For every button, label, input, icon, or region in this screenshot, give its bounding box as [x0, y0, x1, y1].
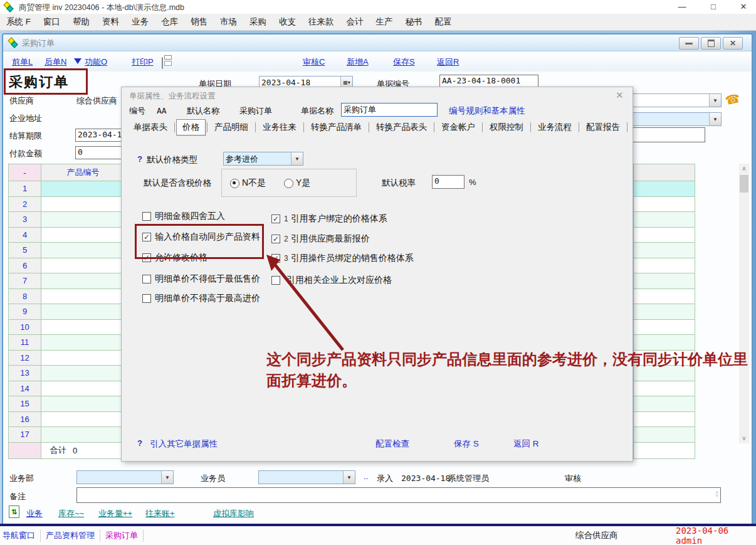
clerk-combo[interactable]: ▼ — [258, 470, 355, 484]
vertical-scrollbar[interactable]: ∧ ∨ — [739, 164, 749, 443]
checkbox-customer-price-system[interactable]: ✓ 1 引用客户绑定的价格体系 — [271, 213, 387, 225]
table-row-fragment[interactable] — [634, 197, 695, 213]
status-purchase-order[interactable]: 采购订单 — [105, 530, 138, 541]
footer-account-link[interactable]: 往来账+ — [145, 508, 175, 519]
print-link[interactable]: 打印P — [132, 56, 154, 68]
product-code-cell[interactable] — [41, 304, 125, 319]
product-code-cell[interactable] — [41, 197, 125, 212]
scrollbar-thumb[interactable] — [740, 175, 748, 193]
menu-help[interactable]: 帮助 — [66, 16, 96, 28]
dialog-close-icon[interactable]: ✕ — [616, 90, 624, 101]
tab-business-contact[interactable]: 业务往来 — [257, 120, 302, 135]
chevron-down-icon[interactable]: ▼ — [291, 152, 303, 165]
menu-business[interactable]: 业务 — [125, 16, 155, 28]
tab-permission[interactable]: 权限控制 — [484, 120, 529, 135]
checkbox-not-above-max-price[interactable]: ✓ 明细单价不得高于最高进价 — [142, 293, 260, 304]
text-input-fragment[interactable] — [631, 127, 705, 142]
doc-restore-button[interactable] — [701, 37, 721, 50]
tab-product-detail[interactable]: 产品明细 — [209, 120, 254, 135]
product-code-header[interactable]: 产品编号 — [41, 164, 125, 181]
tab-convert-product-list[interactable]: 转换产品清单 — [305, 120, 367, 135]
radio-included[interactable]: Y是 — [284, 177, 310, 189]
tax-rate-input[interactable]: 0 — [432, 175, 465, 189]
table-row-fragment[interactable] — [634, 412, 695, 428]
product-code-cell[interactable] — [41, 289, 125, 304]
next-doc-link[interactable]: 后单N — [45, 56, 66, 68]
product-code-cell[interactable] — [41, 381, 125, 396]
product-code-cell[interactable] — [41, 427, 125, 442]
product-code-cell[interactable] — [41, 181, 125, 196]
table-row-fragment[interactable] — [634, 181, 695, 197]
table-row-fragment[interactable] — [634, 304, 695, 320]
menu-accounting[interactable]: 会计 — [340, 16, 370, 28]
checkbox-related-company-price[interactable]: ✓ 引用相关企业上次对应价格 — [271, 275, 392, 286]
chevron-down-icon[interactable]: ▼ — [709, 94, 721, 107]
table-row-fragment[interactable] — [634, 258, 695, 274]
tab-workflow[interactable]: 业务流程 — [532, 120, 577, 135]
audit-link[interactable]: 审核C — [303, 56, 325, 68]
address-combo-fragment[interactable]: ▼ — [631, 112, 722, 126]
config-check-link[interactable]: 配置检查 — [375, 438, 409, 450]
minimize-button[interactable]: — — [671, 1, 693, 13]
footer-biz-link[interactable]: 业务 — [26, 508, 43, 519]
checkbox-round-amount[interactable]: ✓ 明细金额四舍五入 — [142, 211, 225, 222]
tab-convert-product-header[interactable]: 转换产品表头 — [370, 120, 433, 135]
product-code-cell[interactable] — [41, 351, 125, 366]
scroll-up-icon[interactable]: ∧ — [739, 164, 749, 174]
status-nav-window[interactable]: 导航窗口 — [3, 530, 35, 541]
pay-input[interactable]: 0 — [75, 146, 125, 159]
radio-not-included[interactable]: N不是 — [230, 177, 266, 189]
menu-sales[interactable]: 销售 — [184, 16, 214, 28]
back-link[interactable]: 返回R — [437, 56, 459, 68]
price-type-combo[interactable]: 参考进价 ▼ — [223, 152, 303, 166]
numbering-rule-link[interactable]: 编号规则和基本属性 — [449, 105, 525, 117]
save-link[interactable]: 保存S — [393, 56, 415, 68]
menu-payment[interactable]: 收支 — [273, 16, 302, 28]
table-row-fragment[interactable] — [634, 335, 695, 351]
add-link[interactable]: 新增A — [347, 56, 369, 68]
menu-warehouse[interactable]: 仓库 — [155, 16, 184, 28]
menu-production[interactable]: 生产 — [370, 16, 399, 28]
doc-minimize-button[interactable] — [679, 37, 699, 50]
status-product-mgmt[interactable]: 产品资料管理 — [46, 530, 95, 541]
product-code-cell[interactable] — [41, 320, 125, 335]
tab-doc-header[interactable]: 单据表头 — [128, 120, 173, 135]
table-row-fragment[interactable] — [634, 320, 695, 336]
table-row-fragment[interactable] — [634, 243, 695, 258]
product-code-cell[interactable] — [41, 228, 125, 243]
tab-fund-account[interactable]: 资金帐户 — [436, 120, 481, 135]
menu-secretary[interactable]: 秘书 — [399, 16, 429, 28]
footer-virtual-link[interactable]: 虚拟库影响 — [213, 508, 254, 519]
product-code-cell[interactable] — [41, 412, 125, 427]
footer-volume-link[interactable]: 业务量++ — [98, 508, 132, 519]
table-row-fragment[interactable] — [634, 396, 695, 412]
product-code-cell[interactable] — [41, 335, 125, 350]
business-doc-icon[interactable]: ⇅ — [9, 505, 19, 518]
product-code-cell[interactable] — [41, 273, 125, 288]
menu-config[interactable]: 配置 — [429, 16, 458, 28]
dialog-save-link[interactable]: 保存 S — [454, 438, 479, 450]
settle-input[interactable]: 2023-04-18 — [75, 129, 125, 142]
more-button[interactable]: .. — [364, 472, 368, 481]
close-button[interactable]: ✕ — [733, 1, 754, 13]
tab-price[interactable]: 价格 — [176, 119, 206, 135]
function-dropdown-icon[interactable] — [74, 58, 81, 64]
dept-combo[interactable]: ▼ — [76, 470, 174, 484]
menu-system[interactable]: 系统 F — [0, 16, 37, 28]
checkbox-allow-edit-price[interactable]: ✓ 允许修改价格 — [142, 252, 207, 263]
product-code-cell[interactable] — [41, 258, 125, 273]
function-link[interactable]: 功能O — [85, 56, 107, 68]
tab-config-report[interactable]: 配置报告 — [580, 120, 626, 135]
table-row-fragment[interactable] — [634, 228, 695, 243]
table-row-fragment[interactable] — [634, 273, 695, 289]
checkbox-operator-price-system[interactable]: ✓ 3 引用操作员绑定的销售价格体系 — [271, 253, 414, 264]
help-icon[interactable]: ? — [137, 438, 142, 448]
checkbox-supplier-latest-quote[interactable]: ✓ 2 引用供应商最新报价 — [271, 233, 370, 245]
table-corner-cell[interactable]: - — [9, 164, 41, 181]
menu-purchase[interactable]: 采购 — [243, 16, 273, 28]
product-code-cell[interactable] — [41, 212, 125, 227]
menu-window[interactable]: 窗口 — [37, 16, 66, 28]
product-code-cell[interactable] — [41, 366, 125, 381]
doc-name-input[interactable]: 采购订单 — [341, 103, 438, 117]
supplier-combo-fragment[interactable]: ▼ — [631, 93, 722, 107]
